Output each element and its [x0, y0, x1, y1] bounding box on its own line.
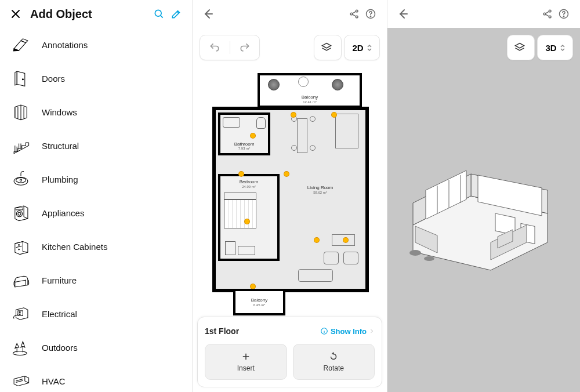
show-info-button[interactable]: Show Info — [320, 327, 375, 336]
redo-button[interactable] — [230, 42, 259, 53]
iso-render — [403, 138, 565, 271]
category-label: Furniture — [42, 275, 77, 285]
svg-rect-7 — [16, 208, 23, 210]
floorplan-drawing: Balcony12.41 m² Bathroom7.93 m² Bedroom2… — [212, 73, 369, 317]
doors-icon — [9, 67, 32, 89]
panel-title: Add Object — [30, 8, 150, 21]
category-furniture[interactable]: Furniture — [0, 263, 192, 297]
category-label: Structural — [42, 141, 79, 151]
svg-point-6 — [18, 212, 21, 215]
category-windows[interactable]: Windows — [0, 95, 192, 129]
view-mode-toggle[interactable]: 3D — [537, 35, 573, 60]
plumbing-icon — [9, 168, 32, 190]
outdoors-icon — [9, 336, 32, 358]
edit-button[interactable] — [168, 8, 185, 20]
svg-point-15 — [356, 10, 358, 12]
category-electrical[interactable]: Electrical — [0, 297, 192, 331]
svg-point-38 — [409, 250, 421, 256]
undo-button[interactable] — [200, 42, 230, 53]
svg-point-0 — [155, 10, 161, 16]
category-hvac[interactable]: HVAC — [0, 364, 192, 392]
help-button[interactable] — [362, 8, 379, 20]
svg-point-13 — [13, 351, 27, 355]
svg-point-21 — [549, 10, 551, 12]
view-mode-label: 3D — [545, 43, 556, 53]
svg-point-18 — [370, 16, 371, 17]
svg-point-14 — [350, 13, 353, 15]
category-label: Electrical — [42, 309, 77, 319]
svg-point-3 — [16, 177, 26, 183]
bottom-sheet: 1st Floor Show Info Insert Rotate — [197, 317, 382, 387]
category-label: Annotations — [42, 40, 88, 50]
add-object-panel: Add Object Annotations Doors — [0, 0, 193, 392]
appliances-icon — [9, 202, 32, 224]
svg-rect-10 — [18, 311, 23, 316]
category-label: Kitchen Cabinets — [42, 242, 107, 252]
category-annotations[interactable]: Annotations — [0, 28, 192, 61]
floorplan-canvas-3d[interactable]: 3D — [387, 28, 580, 392]
svg-point-20 — [543, 13, 546, 15]
floorplan-canvas-2d[interactable]: 2D Balcony12.41 m² Bathroom7.93 m² — [193, 28, 387, 392]
svg-point-24 — [563, 16, 564, 17]
insert-button[interactable]: Insert — [205, 344, 287, 380]
category-label: Appliances — [42, 208, 84, 218]
annotations-icon — [9, 34, 32, 56]
svg-point-16 — [356, 16, 358, 18]
svg-point-11 — [19, 312, 20, 313]
svg-point-1 — [22, 79, 23, 80]
layers-button[interactable] — [314, 35, 342, 60]
close-button[interactable] — [9, 8, 22, 20]
view-mode-toggle[interactable]: 2D — [344, 35, 380, 60]
svg-point-12 — [19, 314, 20, 315]
category-label: Plumbing — [42, 175, 78, 184]
structural-icon — [9, 135, 32, 157]
svg-point-4 — [20, 179, 21, 181]
view-mode-label: 2D — [352, 43, 363, 53]
category-appliances[interactable]: Appliances — [0, 196, 192, 230]
svg-point-22 — [549, 16, 551, 18]
category-label: Outdoors — [42, 343, 78, 353]
back-button[interactable] — [201, 7, 215, 21]
show-info-label: Show Info — [331, 327, 367, 336]
windows-icon — [9, 101, 32, 123]
category-kitchen-cabinets[interactable]: Kitchen Cabinets — [0, 230, 192, 263]
kitchen-cabinets-icon — [9, 235, 32, 257]
floorplan-2d-panel: 2D Balcony12.41 m² Bathroom7.93 m² — [193, 0, 387, 392]
furniture-icon — [9, 269, 32, 291]
floorplan-3d-panel: 3D — [387, 0, 580, 392]
category-outdoors[interactable]: Outdoors — [0, 331, 192, 364]
category-label: HVAC — [42, 376, 66, 386]
floor-label: 1st Floor — [205, 326, 320, 336]
back-button[interactable] — [396, 7, 409, 21]
rotate-label: Rotate — [324, 364, 344, 372]
svg-point-9 — [19, 249, 20, 250]
electrical-icon — [9, 303, 32, 325]
undo-redo-toolbar — [200, 35, 260, 60]
search-button[interactable] — [150, 8, 168, 20]
category-label: Windows — [42, 107, 77, 117]
svg-point-39 — [424, 256, 434, 261]
category-doors[interactable]: Doors — [0, 61, 192, 95]
category-label: Doors — [42, 74, 65, 84]
svg-point-5 — [16, 211, 22, 217]
hvac-icon — [9, 370, 32, 392]
insert-label: Insert — [237, 364, 255, 372]
help-button[interactable] — [556, 8, 572, 20]
category-structural[interactable]: Structural — [0, 129, 192, 162]
share-button[interactable] — [346, 8, 362, 20]
svg-point-8 — [19, 245, 20, 246]
layers-button[interactable] — [507, 35, 535, 60]
category-plumbing[interactable]: Plumbing — [0, 162, 192, 196]
rotate-button[interactable]: Rotate — [293, 344, 375, 380]
share-button[interactable] — [539, 8, 556, 20]
